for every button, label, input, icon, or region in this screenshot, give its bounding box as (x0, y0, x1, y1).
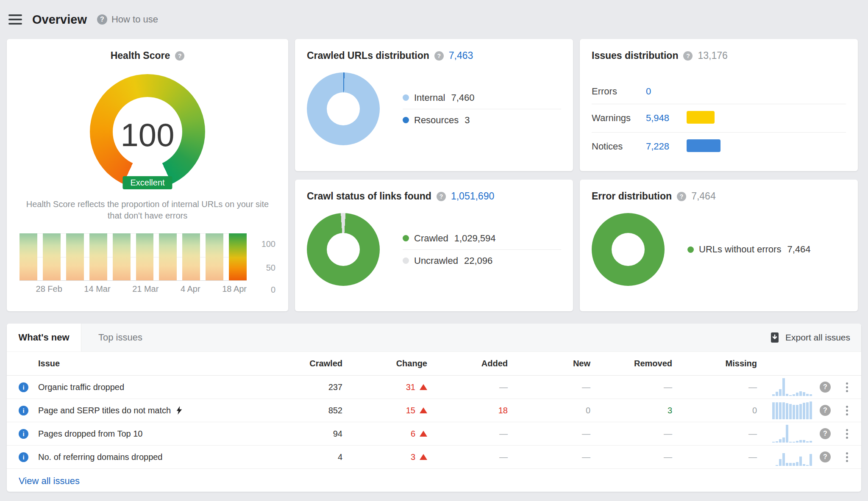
sparkline-bar (772, 442, 775, 443)
row-help-circle-icon[interactable]: ? (820, 405, 831, 416)
trend-x-label (19, 284, 31, 294)
export-all-issues-button[interactable]: Export all issues (758, 324, 861, 352)
view-all-issues-row: View all issues (7, 469, 861, 493)
crawled-count: 4 (296, 452, 342, 462)
help-circle-icon[interactable]: ? (683, 51, 693, 61)
bar (687, 111, 715, 124)
row-help-circle-icon[interactable]: ? (820, 451, 831, 462)
column-header-crawled: Crawled (296, 359, 342, 368)
tab-whats-new[interactable]: What's new (7, 324, 81, 352)
sparkline-bar (796, 441, 798, 443)
issue-type-count-link[interactable]: 7,228 (646, 141, 687, 152)
info-icon[interactable]: i (19, 452, 28, 462)
change-value: 31 (406, 382, 415, 392)
trend-x-label: 4 Apr (181, 284, 200, 294)
health-score-description: Health Score reflects the proportion of … (19, 199, 276, 221)
legend-label: Internal (414, 92, 445, 103)
table-row[interactable]: iNo. of referring domains dropped43————? (7, 446, 861, 469)
sparkline-bar (796, 462, 798, 466)
issue-type-count-link[interactable]: 0 (646, 86, 687, 97)
kebab-menu-icon[interactable] (838, 452, 855, 462)
kebab-menu-icon[interactable] (838, 429, 855, 439)
issues-distribution-row-warnings: Warnings5,948 (592, 104, 846, 132)
missing-count: — (672, 382, 757, 392)
help-circle-icon[interactable]: ? (434, 51, 444, 61)
sparkline-bar (806, 465, 809, 466)
issue-name-link[interactable]: Organic traffic dropped (38, 382, 124, 392)
issue-name-link[interactable]: Page and SERP titles do not match (38, 406, 171, 415)
sparkline-bar (772, 402, 775, 419)
resources-dot-icon (403, 117, 409, 123)
column-header-new: New (508, 359, 590, 368)
sparkline-bar (810, 394, 812, 396)
row-menu-cell (838, 406, 855, 415)
info-icon[interactable]: i (19, 429, 28, 439)
sparkline-cell (768, 448, 812, 466)
sparkline-bar (786, 463, 788, 466)
issue-name-cell: Organic traffic dropped (38, 382, 296, 392)
how-to-use-link[interactable]: ? How to use (97, 14, 158, 25)
crawled-urls-total-link[interactable]: 7,463 (449, 50, 473, 61)
row-help-cell: ? (812, 405, 838, 416)
dot (846, 406, 848, 408)
help-circle-icon[interactable]: ? (437, 192, 446, 201)
legend-item-resources: Resources 3 (403, 109, 561, 131)
health-score-value: 100 (121, 116, 175, 153)
issue-name-link[interactable]: No. of referring domains dropped (38, 452, 163, 462)
row-help-circle-icon[interactable]: ? (820, 428, 831, 439)
trend-bar (159, 233, 177, 280)
missing-count: — (672, 452, 757, 462)
column-header-added: Added (427, 359, 508, 368)
sparkline-bar (776, 392, 778, 396)
card-title: Crawled URLs distribution (307, 50, 429, 61)
kebab-menu-icon[interactable] (838, 406, 855, 415)
info-icon-cell: i (19, 382, 38, 392)
sparkline-cell (768, 378, 812, 396)
legend-value: 3 (465, 115, 470, 126)
links-found-total-link[interactable]: 1,051,690 (451, 191, 494, 202)
issue-name-cell: No. of referring domains dropped (38, 452, 296, 462)
info-icon[interactable]: i (19, 382, 28, 392)
card-title: Error distribution (592, 191, 672, 202)
info-icon[interactable]: i (19, 406, 28, 415)
new-count: — (508, 452, 590, 462)
table-row[interactable]: iOrganic traffic dropped23731————? (7, 376, 861, 399)
view-all-issues-link[interactable]: View all issues (19, 476, 80, 486)
info-icon-cell: i (19, 405, 38, 415)
sparkline-chart (768, 401, 812, 419)
new-count: 0 (508, 406, 590, 415)
internal-dot-icon (403, 94, 409, 101)
sparkline-bar (776, 465, 778, 466)
trend-bar (89, 233, 107, 280)
dot (846, 386, 848, 388)
kebab-menu-icon[interactable] (838, 382, 855, 392)
sparkline-bar (776, 402, 778, 419)
lightning-bolt-icon (176, 406, 183, 415)
hamburger-menu-icon[interactable] (8, 14, 22, 25)
row-help-circle-icon[interactable]: ? (820, 382, 831, 393)
issue-name-link[interactable]: Pages dropped from Top 10 (38, 429, 142, 439)
sparkline-bar (776, 441, 778, 443)
change-up-triangle-icon (420, 454, 427, 460)
error-distribution-donut-chart (592, 213, 665, 286)
help-circle-icon[interactable]: ? (175, 51, 184, 61)
issue-type-count-link[interactable]: 5,948 (646, 113, 687, 124)
column-header-change: Change (342, 359, 427, 368)
export-label: Export all issues (785, 332, 850, 343)
card-issues-distribution: Issues distribution ? 13,176 Errors0Warn… (580, 39, 858, 171)
issue-name-cell: Pages dropped from Top 10 (38, 429, 296, 439)
issue-type-label: Notices (592, 141, 646, 152)
table-row[interactable]: iPage and SERP titles do not match852151… (7, 399, 861, 422)
change-up-triangle-icon (420, 431, 427, 437)
trend-x-label (164, 284, 175, 294)
dot (846, 390, 848, 392)
trend-bar (136, 233, 154, 280)
export-file-icon (769, 332, 780, 343)
help-circle-icon[interactable]: ? (677, 192, 686, 201)
table-body: iOrganic traffic dropped23731————?iPage … (7, 376, 861, 469)
tab-top-issues[interactable]: Top issues (81, 324, 159, 352)
table-row[interactable]: iPages dropped from Top 10946————? (7, 422, 861, 446)
trend-bar (113, 233, 131, 280)
removed-count: — (590, 452, 672, 462)
change-cell: 31 (342, 382, 427, 392)
